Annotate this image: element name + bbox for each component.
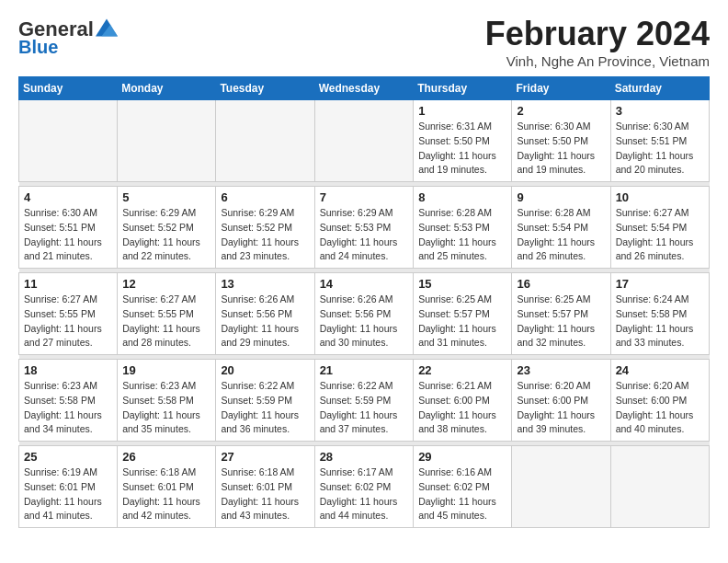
calendar-cell [512, 446, 610, 528]
calendar-cell: 15Sunrise: 6:25 AMSunset: 5:57 PMDayligh… [414, 273, 512, 355]
day-info: Sunrise: 6:23 AMSunset: 5:58 PMDaylight:… [24, 379, 112, 437]
calendar-week-row: 25Sunrise: 6:19 AMSunset: 6:01 PMDayligh… [19, 446, 710, 528]
calendar-cell: 14Sunrise: 6:26 AMSunset: 5:56 PMDayligh… [314, 273, 414, 355]
day-info: Sunrise: 6:22 AMSunset: 5:59 PMDaylight:… [320, 379, 409, 437]
day-of-week-header: Sunday [19, 77, 118, 100]
calendar-cell: 26Sunrise: 6:18 AMSunset: 6:01 PMDayligh… [118, 446, 216, 528]
day-info: Sunrise: 6:27 AMSunset: 5:55 PMDaylight:… [122, 293, 210, 350]
day-number: 2 [517, 104, 605, 118]
day-number: 24 [616, 363, 704, 377]
day-number: 25 [24, 450, 112, 464]
day-number: 20 [221, 363, 309, 377]
calendar-cell [216, 100, 314, 182]
day-number: 6 [221, 190, 309, 204]
day-number: 10 [616, 190, 704, 204]
day-number: 19 [122, 363, 210, 377]
day-number: 16 [517, 277, 605, 291]
day-info: Sunrise: 6:27 AMSunset: 5:54 PMDaylight:… [616, 206, 704, 264]
header: General Blue February 2024 Vinh, Nghe An… [18, 15, 710, 69]
day-number: 9 [517, 190, 605, 204]
day-info: Sunrise: 6:18 AMSunset: 6:01 PMDaylight:… [221, 465, 309, 523]
day-number: 18 [24, 363, 112, 377]
day-number: 15 [418, 277, 506, 291]
day-info: Sunrise: 6:25 AMSunset: 5:57 PMDaylight:… [517, 293, 605, 350]
day-info: Sunrise: 6:25 AMSunset: 5:57 PMDaylight:… [418, 293, 506, 350]
day-info: Sunrise: 6:21 AMSunset: 6:00 PMDaylight:… [418, 379, 506, 437]
day-number: 12 [122, 277, 210, 291]
calendar-cell [19, 100, 118, 182]
calendar-cell [610, 446, 709, 528]
calendar-cell: 21Sunrise: 6:22 AMSunset: 5:59 PMDayligh… [314, 360, 414, 442]
calendar-cell: 28Sunrise: 6:17 AMSunset: 6:02 PMDayligh… [314, 446, 414, 528]
calendar-week-row: 4Sunrise: 6:30 AMSunset: 5:51 PMDaylight… [19, 187, 710, 269]
calendar-cell: 13Sunrise: 6:26 AMSunset: 5:56 PMDayligh… [216, 273, 314, 355]
calendar-cell: 6Sunrise: 6:29 AMSunset: 5:52 PMDaylight… [216, 187, 314, 269]
calendar-cell: 20Sunrise: 6:22 AMSunset: 5:59 PMDayligh… [216, 360, 314, 442]
day-number: 8 [418, 190, 506, 204]
day-number: 21 [320, 363, 409, 377]
logo: General Blue [18, 18, 118, 57]
day-of-week-header: Wednesday [314, 77, 414, 100]
calendar-cell: 9Sunrise: 6:28 AMSunset: 5:54 PMDaylight… [512, 187, 610, 269]
day-info: Sunrise: 6:24 AMSunset: 5:58 PMDaylight:… [616, 293, 704, 350]
calendar-cell: 2Sunrise: 6:30 AMSunset: 5:50 PMDaylight… [512, 100, 610, 182]
day-info: Sunrise: 6:19 AMSunset: 6:01 PMDaylight:… [24, 465, 112, 523]
calendar-cell: 4Sunrise: 6:30 AMSunset: 5:51 PMDaylight… [19, 187, 118, 269]
calendar-header-row: SundayMondayTuesdayWednesdayThursdayFrid… [19, 77, 710, 100]
day-number: 23 [517, 363, 605, 377]
day-number: 26 [122, 450, 210, 464]
day-info: Sunrise: 6:27 AMSunset: 5:55 PMDaylight:… [24, 293, 112, 350]
day-info: Sunrise: 6:17 AMSunset: 6:02 PMDaylight:… [320, 465, 409, 523]
calendar-cell: 18Sunrise: 6:23 AMSunset: 5:58 PMDayligh… [19, 360, 118, 442]
title-area: February 2024 Vinh, Nghe An Province, Vi… [485, 15, 710, 69]
day-of-week-header: Monday [118, 77, 216, 100]
calendar-cell [314, 100, 414, 182]
day-info: Sunrise: 6:30 AMSunset: 5:51 PMDaylight:… [24, 206, 112, 264]
calendar-cell: 10Sunrise: 6:27 AMSunset: 5:54 PMDayligh… [610, 187, 709, 269]
day-number: 4 [24, 190, 112, 204]
calendar-cell: 25Sunrise: 6:19 AMSunset: 6:01 PMDayligh… [19, 446, 118, 528]
day-number: 7 [320, 190, 409, 204]
day-number: 5 [122, 190, 210, 204]
day-number: 28 [320, 450, 409, 464]
day-number: 14 [320, 277, 409, 291]
calendar-table: SundayMondayTuesdayWednesdayThursdayFrid… [18, 76, 710, 528]
calendar-cell: 16Sunrise: 6:25 AMSunset: 5:57 PMDayligh… [512, 273, 610, 355]
day-info: Sunrise: 6:31 AMSunset: 5:50 PMDaylight:… [418, 120, 506, 178]
day-info: Sunrise: 6:16 AMSunset: 6:02 PMDaylight:… [418, 465, 506, 523]
calendar-cell: 7Sunrise: 6:29 AMSunset: 5:53 PMDaylight… [314, 187, 414, 269]
day-info: Sunrise: 6:29 AMSunset: 5:53 PMDaylight:… [320, 206, 409, 264]
day-info: Sunrise: 6:28 AMSunset: 5:54 PMDaylight:… [517, 206, 605, 264]
calendar-week-row: 11Sunrise: 6:27 AMSunset: 5:55 PMDayligh… [19, 273, 710, 355]
day-number: 11 [24, 277, 112, 291]
calendar-week-row: 1Sunrise: 6:31 AMSunset: 5:50 PMDaylight… [19, 100, 710, 182]
calendar-cell: 24Sunrise: 6:20 AMSunset: 6:00 PMDayligh… [610, 360, 709, 442]
day-info: Sunrise: 6:28 AMSunset: 5:53 PMDaylight:… [418, 206, 506, 264]
day-number: 29 [418, 450, 506, 464]
day-info: Sunrise: 6:26 AMSunset: 5:56 PMDaylight:… [221, 293, 309, 350]
calendar-cell: 29Sunrise: 6:16 AMSunset: 6:02 PMDayligh… [414, 446, 512, 528]
calendar-cell: 22Sunrise: 6:21 AMSunset: 6:00 PMDayligh… [414, 360, 512, 442]
calendar-cell: 5Sunrise: 6:29 AMSunset: 5:52 PMDaylight… [118, 187, 216, 269]
calendar-cell: 23Sunrise: 6:20 AMSunset: 6:00 PMDayligh… [512, 360, 610, 442]
calendar-cell [118, 100, 216, 182]
day-info: Sunrise: 6:22 AMSunset: 5:59 PMDaylight:… [221, 379, 309, 437]
calendar-cell: 3Sunrise: 6:30 AMSunset: 5:51 PMDaylight… [610, 100, 709, 182]
calendar-cell: 27Sunrise: 6:18 AMSunset: 6:01 PMDayligh… [216, 446, 314, 528]
calendar-cell: 8Sunrise: 6:28 AMSunset: 5:53 PMDaylight… [414, 187, 512, 269]
calendar-cell: 17Sunrise: 6:24 AMSunset: 5:58 PMDayligh… [610, 273, 709, 355]
month-year-title: February 2024 [485, 15, 710, 53]
day-number: 22 [418, 363, 506, 377]
day-info: Sunrise: 6:20 AMSunset: 6:00 PMDaylight:… [616, 379, 704, 437]
day-info: Sunrise: 6:29 AMSunset: 5:52 PMDaylight:… [122, 206, 210, 264]
day-of-week-header: Friday [512, 77, 610, 100]
day-info: Sunrise: 6:20 AMSunset: 6:00 PMDaylight:… [517, 379, 605, 437]
location-subtitle: Vinh, Nghe An Province, Vietnam [485, 53, 710, 69]
calendar-cell: 12Sunrise: 6:27 AMSunset: 5:55 PMDayligh… [118, 273, 216, 355]
day-info: Sunrise: 6:30 AMSunset: 5:51 PMDaylight:… [616, 120, 704, 178]
day-number: 13 [221, 277, 309, 291]
calendar-week-row: 18Sunrise: 6:23 AMSunset: 5:58 PMDayligh… [19, 360, 710, 442]
day-number: 27 [221, 450, 309, 464]
day-info: Sunrise: 6:29 AMSunset: 5:52 PMDaylight:… [221, 206, 309, 264]
day-number: 1 [418, 104, 506, 118]
